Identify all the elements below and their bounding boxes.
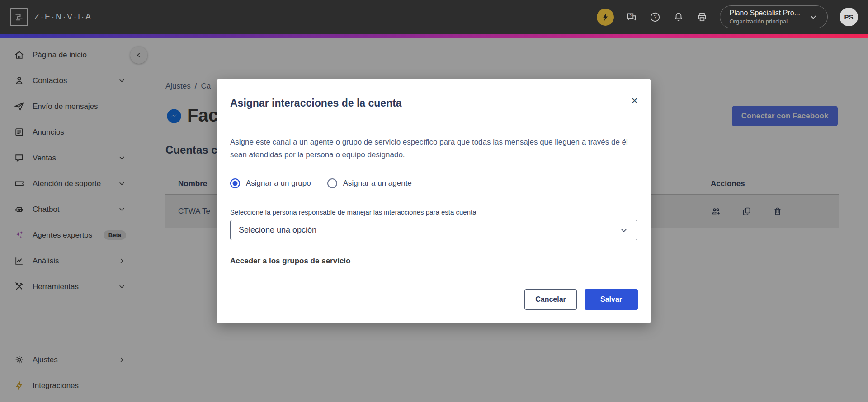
modal-buttons: Cancelar Salvar [524,289,638,310]
service-groups-link[interactable]: Acceder a los grupos de servicio [230,257,350,266]
responsible-select[interactable]: Selecione una opción [230,220,637,240]
topbar-actions: ? ? [597,5,858,28]
save-button[interactable]: Salvar [585,289,638,310]
assignment-radio-group: Asignar a un grupo Asignar a un agente [230,178,637,188]
chevron-down-icon [619,225,629,235]
brand-name: Z·E·N·V·I·A [34,12,92,22]
radio-agent-label: Asignar a un agente [343,179,412,188]
svg-text:?: ? [654,14,657,20]
accent-gradient-bar [0,34,868,38]
modal-body: Asigne este canal a un agente o grupo de… [217,124,651,266]
close-icon[interactable]: ✕ [631,96,638,105]
radio-selected-icon[interactable] [230,178,240,188]
zenvia-logo-icon [10,8,28,26]
select-placeholder: Selecione una opción [239,225,316,235]
svg-text:?: ? [629,14,632,18]
plan-text: Plano Specialist Pro... Organización pri… [729,9,800,25]
radio-group-label: Asignar a un grupo [246,179,311,188]
chevron-down-icon [808,12,818,22]
notifications-bell-icon[interactable] [673,11,684,23]
user-avatar[interactable]: PS [840,8,858,26]
support-chat-icon[interactable]: ? [626,11,637,23]
modal-description: Asigne este canal a un agente o grupo de… [230,136,637,161]
boost-lightning-icon[interactable] [597,9,614,26]
plan-title: Plano Specialist Pro... [729,9,800,17]
responsible-select-label: Seleccione la persona responsable de man… [230,208,637,216]
radio-unselected-icon[interactable] [327,178,337,188]
plan-subtitle: Organización principal [729,18,800,25]
plan-selector[interactable]: Plano Specialist Pro... Organización pri… [720,5,828,28]
help-icon[interactable]: ? [649,11,661,23]
radio-assign-agent[interactable]: Asignar a un agente [327,178,412,188]
modal-header: Asignar interacciones de la cuenta ✕ [217,79,651,124]
radio-assign-group[interactable]: Asignar a un grupo [230,178,311,188]
modal-title: Asignar interacciones de la cuenta [230,97,637,109]
cancel-button[interactable]: Cancelar [524,289,577,310]
print-icon[interactable] [696,11,708,23]
topbar: Z·E·N·V·I·A ? ? [0,0,868,34]
app-root: Z·E·N·V·I·A ? ? [0,0,868,402]
assign-interactions-modal: Asignar interacciones de la cuenta ✕ Asi… [217,79,651,323]
zenvia-brand: Z·E·N·V·I·A [10,8,92,26]
